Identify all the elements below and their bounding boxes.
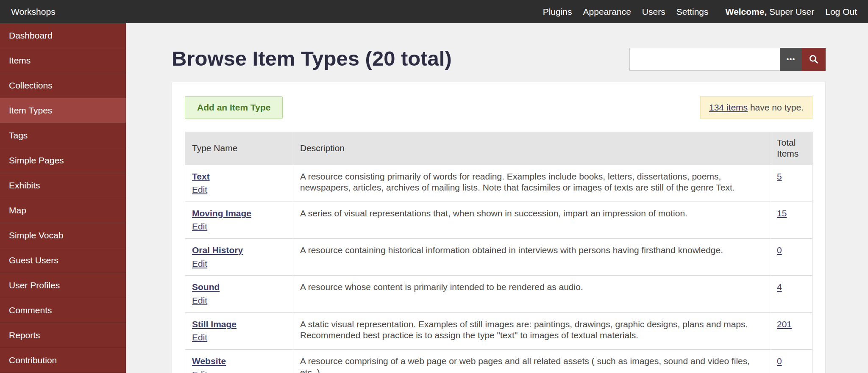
logout-link[interactable]: Log Out bbox=[825, 7, 857, 17]
table-row: Website Edit A resource comprising of a … bbox=[185, 350, 812, 373]
search-submit-button[interactable] bbox=[802, 48, 826, 71]
type-name-cell: Sound Edit bbox=[185, 276, 293, 312]
top-nav-settings[interactable]: Settings bbox=[676, 7, 709, 17]
page-header: Browse Item Types (20 total) ••• bbox=[126, 23, 868, 71]
main-content: Browse Item Types (20 total) ••• Add an … bbox=[126, 23, 868, 373]
sidebar-item-label: Simple Vocab bbox=[9, 230, 63, 240]
total-items-link[interactable]: 15 bbox=[777, 208, 787, 218]
table-row: Sound Edit A resource whose content is p… bbox=[185, 276, 812, 312]
type-name-cell: Moving Image Edit bbox=[185, 202, 293, 238]
welcome-bold: Welcome, bbox=[726, 7, 767, 17]
search-box: ••• bbox=[629, 48, 826, 71]
edit-link[interactable]: Edit bbox=[192, 295, 286, 307]
sidebar-item-label: Exhibits bbox=[9, 180, 40, 190]
total-items-link[interactable]: 4 bbox=[777, 282, 782, 292]
total-items-link[interactable]: 0 bbox=[777, 356, 782, 366]
sidebar-item-label: Items bbox=[9, 55, 31, 65]
sidebar-item-label: Item Types bbox=[9, 105, 52, 115]
item-type-link-sound[interactable]: Sound bbox=[192, 282, 286, 293]
search-options-button[interactable]: ••• bbox=[780, 48, 802, 71]
sidebar-item-map[interactable]: Map bbox=[0, 198, 126, 223]
sidebar-item-reports[interactable]: Reports bbox=[0, 323, 126, 348]
type-description: A static visual representation. Examples… bbox=[293, 312, 770, 349]
item-type-link-moving-image[interactable]: Moving Image bbox=[192, 208, 286, 219]
sidebar-item-comments[interactable]: Comments bbox=[0, 298, 126, 323]
add-item-type-button[interactable]: Add an Item Type bbox=[185, 96, 283, 119]
page-title: Browse Item Types (20 total) bbox=[172, 48, 452, 69]
table-row: Oral History Edit A resource containing … bbox=[185, 239, 812, 276]
item-type-link-oral-history[interactable]: Oral History bbox=[192, 245, 286, 256]
type-name-cell: Website Edit bbox=[185, 350, 293, 373]
edit-link[interactable]: Edit bbox=[192, 332, 286, 343]
welcome-user: Super User bbox=[767, 7, 814, 17]
top-nav-appearance[interactable]: Appearance bbox=[583, 7, 631, 17]
column-header-type-name: Type Name bbox=[185, 132, 293, 165]
total-items-link[interactable]: 201 bbox=[777, 319, 792, 329]
total-items-cell: 15 bbox=[770, 202, 812, 238]
type-description: A series of visual representations that,… bbox=[293, 202, 770, 238]
top-nav-plugins[interactable]: Plugins bbox=[543, 7, 572, 17]
search-icon bbox=[808, 54, 819, 65]
search-input[interactable] bbox=[629, 48, 780, 71]
type-name-cell: Oral History Edit bbox=[185, 239, 293, 276]
item-type-link-still-image[interactable]: Still Image bbox=[192, 319, 286, 330]
type-name-cell: Text Edit bbox=[185, 165, 293, 202]
total-items-link[interactable]: 5 bbox=[777, 171, 782, 181]
top-nav-users[interactable]: Users bbox=[642, 7, 665, 17]
edit-link[interactable]: Edit bbox=[192, 369, 286, 373]
sidebar-item-items[interactable]: Items bbox=[0, 48, 126, 73]
site-title-link[interactable]: Workshops bbox=[11, 7, 56, 17]
sidebar-item-label: Map bbox=[9, 205, 26, 215]
item-types-table: Type Name Description Total Items Text E… bbox=[185, 132, 812, 373]
sidebar-item-label: Tags bbox=[9, 130, 28, 140]
sidebar-item-item-types[interactable]: Item Types bbox=[0, 98, 126, 123]
sidebar-nav: Dashboard Items Collections Item Types T… bbox=[0, 23, 126, 373]
sidebar-item-label: Comments bbox=[9, 305, 52, 315]
sidebar-item-collections[interactable]: Collections bbox=[0, 73, 126, 98]
total-items-cell: 5 bbox=[770, 165, 812, 202]
type-description: A resource consisting primarily of words… bbox=[293, 165, 770, 202]
sidebar-item-simple-vocab[interactable]: Simple Vocab bbox=[0, 223, 126, 248]
edit-link[interactable]: Edit bbox=[192, 184, 286, 196]
edit-link[interactable]: Edit bbox=[192, 221, 286, 232]
sidebar-item-label: Guest Users bbox=[9, 255, 58, 265]
top-admin-bar: Workshops Plugins Appearance Users Setti… bbox=[0, 0, 868, 23]
sidebar-item-label: Collections bbox=[9, 80, 53, 90]
table-row: Still Image Edit A static visual represe… bbox=[185, 312, 812, 349]
notice-text: have no type. bbox=[748, 102, 804, 112]
column-header-description: Description bbox=[293, 132, 770, 165]
table-header-row: Type Name Description Total Items bbox=[185, 132, 812, 165]
sidebar-item-exhibits[interactable]: Exhibits bbox=[0, 173, 126, 198]
item-type-link-text[interactable]: Text bbox=[192, 171, 286, 182]
sidebar-item-label: Reports bbox=[9, 330, 40, 340]
total-items-cell: 0 bbox=[770, 350, 812, 373]
table-row: Text Edit A resource consisting primaril… bbox=[185, 165, 812, 202]
sidebar-item-user-profiles[interactable]: User Profiles bbox=[0, 273, 126, 298]
sidebar-item-label: Dashboard bbox=[9, 30, 53, 40]
total-items-link[interactable]: 0 bbox=[777, 245, 782, 255]
sidebar-item-label: Simple Pages bbox=[9, 155, 64, 165]
total-items-cell: 0 bbox=[770, 239, 812, 276]
table-row: Moving Image Edit A series of visual rep… bbox=[185, 202, 812, 238]
welcome-text: Welcome, Super User bbox=[726, 7, 815, 17]
sidebar-item-simple-pages[interactable]: Simple Pages bbox=[0, 148, 126, 173]
sidebar-item-dashboard[interactable]: Dashboard bbox=[0, 23, 126, 48]
sidebar-item-contribution[interactable]: Contribution bbox=[0, 348, 126, 373]
type-description: A resource comprising of a web page or w… bbox=[293, 350, 770, 373]
sidebar-item-label: User Profiles bbox=[9, 280, 60, 290]
items-no-type-link[interactable]: 134 items bbox=[709, 102, 748, 112]
total-items-cell: 201 bbox=[770, 312, 812, 349]
content-panel: Add an Item Type 134 items have no type.… bbox=[172, 82, 826, 373]
type-name-cell: Still Image Edit bbox=[185, 312, 293, 349]
total-items-cell: 4 bbox=[770, 276, 812, 312]
column-header-total-items: Total Items bbox=[770, 132, 812, 165]
sidebar-item-tags[interactable]: Tags bbox=[0, 123, 126, 148]
sidebar-item-guest-users[interactable]: Guest Users bbox=[0, 248, 126, 273]
top-nav: Plugins Appearance Users Settings Welcom… bbox=[543, 7, 857, 17]
item-type-link-website[interactable]: Website bbox=[192, 356, 286, 367]
no-type-notice: 134 items have no type. bbox=[700, 96, 812, 119]
type-description: A resource whose content is primarily in… bbox=[293, 276, 770, 312]
type-description: A resource containing historical informa… bbox=[293, 239, 770, 276]
panel-toolbar: Add an Item Type 134 items have no type. bbox=[185, 96, 812, 119]
edit-link[interactable]: Edit bbox=[192, 258, 286, 270]
